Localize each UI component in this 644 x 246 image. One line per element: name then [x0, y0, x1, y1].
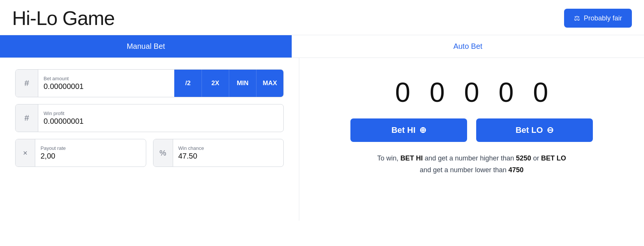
digit-1: 0: [392, 77, 413, 108]
scale-icon: ⚖: [574, 14, 580, 22]
header: Hi-Lo Game ⚖ Probably fair: [0, 0, 644, 35]
bet-min-button[interactable]: MIN: [229, 70, 256, 97]
bet-hi-label: Bet HI: [391, 125, 416, 135]
win-chance-row: % Win chance: [153, 139, 284, 167]
payout-rate-row: × Payout rate: [15, 139, 146, 167]
bet-amount-label: Bet amount: [44, 76, 169, 81]
lo-number: 4750: [508, 166, 524, 174]
arrow-up-icon: ⊕: [419, 125, 426, 135]
tab-manual-bet[interactable]: Manual Bet: [0, 35, 292, 58]
probably-fair-button[interactable]: ⚖ Probably fair: [564, 9, 632, 28]
digit-4: 0: [496, 77, 517, 108]
payout-rate-icon: ×: [16, 139, 35, 167]
bet-lo-label: Bet LO: [516, 125, 543, 135]
win-profit-row: # Win profit: [15, 104, 284, 132]
bet-hi-emphasis: BET HI: [400, 154, 423, 162]
win-chance-label: Win chance: [178, 145, 278, 151]
percent-icon: %: [159, 149, 166, 157]
tabs-bar: Manual Bet Auto Bet: [0, 35, 644, 58]
win-profit-icon: #: [16, 104, 38, 132]
page-title: Hi-Lo Game: [12, 7, 114, 30]
bet-hi-button[interactable]: Bet HI ⊕: [350, 118, 467, 142]
win-profit-input[interactable]: [44, 117, 278, 126]
hi-number: 5250: [516, 154, 531, 162]
hash-icon: #: [24, 78, 29, 88]
bet-buttons: Bet HI ⊕ Bet LO ⊖: [350, 118, 593, 142]
bet-max-button[interactable]: MAX: [256, 70, 283, 97]
win-info-line2: and get a number lower than 4750: [377, 164, 566, 176]
bet-lo-emphasis: BET LO: [541, 154, 566, 162]
digit-3: 0: [461, 77, 482, 108]
digit-5: 0: [530, 77, 551, 108]
win-profit-label: Win profit: [44, 111, 278, 116]
arrow-down-icon: ⊖: [547, 125, 553, 135]
bet-lo-button[interactable]: Bet LO ⊖: [476, 118, 593, 142]
digit-2: 0: [427, 77, 448, 108]
bet-double-button[interactable]: 2X: [202, 70, 229, 97]
win-chance-content: Win chance: [173, 139, 284, 167]
win-profit-content: Win profit: [38, 104, 283, 132]
win-info-line1: To win, BET HI and get a number higher t…: [377, 153, 566, 164]
bet-amount-input[interactable]: [44, 82, 169, 91]
win-info: To win, BET HI and get a number higher t…: [377, 153, 566, 176]
main-layout: # Bet amount /2 2X MIN MAX # Win profit: [0, 58, 644, 221]
payout-rate-input[interactable]: [41, 152, 141, 160]
bet-half-button[interactable]: /2: [174, 70, 202, 97]
right-panel: 0 0 0 0 0 Bet HI ⊕ Bet LO ⊖ To win, BET …: [299, 58, 644, 221]
win-chance-icon: %: [153, 139, 173, 167]
payout-rate-content: Payout rate: [35, 139, 146, 167]
payout-rate-label: Payout rate: [41, 145, 141, 151]
bet-amount-icon: #: [16, 70, 38, 97]
bottom-row: × Payout rate % Win chance: [15, 139, 284, 167]
win-chance-input[interactable]: [178, 152, 278, 160]
number-display: 0 0 0 0 0: [392, 77, 551, 108]
hash-icon-profit: #: [24, 113, 29, 123]
times-icon: ×: [23, 149, 28, 157]
bet-amount-content: Bet amount: [38, 70, 174, 97]
bet-amount-row: # Bet amount /2 2X MIN MAX: [15, 69, 284, 97]
bet-actions: /2 2X MIN MAX: [174, 70, 283, 97]
tab-auto-bet[interactable]: Auto Bet: [292, 35, 644, 58]
left-panel: # Bet amount /2 2X MIN MAX # Win profit: [0, 58, 299, 221]
probably-fair-label: Probably fair: [584, 14, 622, 22]
